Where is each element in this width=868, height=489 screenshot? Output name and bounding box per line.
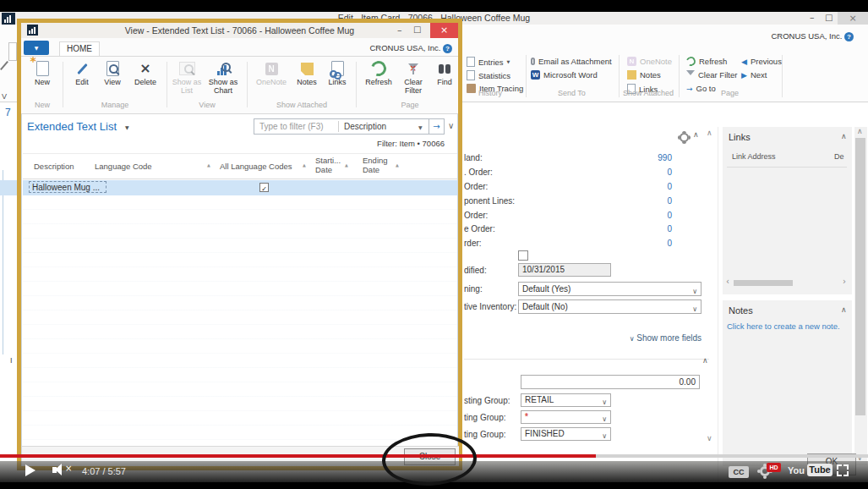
goto-button[interactable]: →Go to	[686, 84, 716, 93]
field-value[interactable]: 0	[592, 224, 672, 234]
dialog-minimize-button[interactable]: –	[397, 25, 402, 36]
chain-link-icon	[331, 58, 344, 79]
statistics-button[interactable]: Statistics	[467, 70, 510, 80]
email-as-attachment-button[interactable]: Email as Attachment	[531, 57, 612, 66]
video-progress-played[interactable]	[0, 454, 596, 458]
customize-gear-icon[interactable]	[680, 133, 689, 142]
filter-go-button[interactable]: →	[429, 118, 445, 135]
group-label-view: View	[172, 98, 243, 111]
collapse-invoicing-icon[interactable]: ∧	[702, 356, 708, 365]
dialog-maximize-button[interactable]: □	[413, 25, 421, 34]
youtube-logo-tube[interactable]: Tube	[807, 464, 833, 476]
dialog-close-button[interactable]: ×	[430, 23, 458, 38]
vat-prod-posting-group-select[interactable]: *∨	[521, 410, 611, 424]
checkbox-unchecked[interactable]	[518, 250, 528, 261]
amount-input[interactable]: 0.00	[521, 375, 700, 389]
table-row[interactable]: Halloween Mug ... ✓	[23, 180, 457, 195]
notes-factbox: Notes ∧ Click here to create a new note.	[723, 300, 852, 466]
filter-pane-chevron-icon[interactable]: ∨	[448, 121, 454, 130]
links-button[interactable]: Links	[323, 58, 352, 87]
find-button[interactable]: Find	[430, 58, 459, 87]
gen-prod-posting-group-select[interactable]: RETAIL∨	[521, 393, 611, 407]
entries-button[interactable]: Entries▼	[467, 57, 510, 67]
field-value[interactable]: 0	[592, 182, 672, 191]
hscroll-thumb[interactable]	[734, 280, 793, 286]
company-name-dialog: CRONUS USA, Inc. ?	[300, 43, 452, 53]
filter-input[interactable]: Type to filter (F3)	[259, 122, 324, 131]
help-icon[interactable]: ?	[844, 32, 854, 41]
show-more-fields-link[interactable]: ∨ Show more fields	[541, 333, 701, 343]
volume-muted-cone[interactable]	[55, 464, 62, 475]
field-value[interactable]: 0	[592, 211, 672, 220]
field-value[interactable]: 0	[592, 168, 672, 177]
next-button[interactable]: ▶Next	[741, 70, 767, 80]
pane-scroll-up[interactable]: ∧	[707, 129, 712, 137]
sticky-note-icon	[301, 58, 314, 79]
links-col-description[interactable]: De	[834, 152, 844, 161]
col-all-language-codes[interactable]: All Language Codes	[220, 162, 292, 171]
help-icon[interactable]: ?	[443, 44, 452, 53]
filter-field-select[interactable]: Description	[344, 122, 386, 131]
ribbon-fragment-pencil	[0, 61, 8, 70]
app-menu-button[interactable]: ▼	[24, 41, 49, 55]
mute-x-icon: ×	[65, 464, 72, 473]
fullscreen-button[interactable]	[837, 464, 849, 476]
filter-field-caret-icon[interactable]: ▼	[418, 124, 423, 130]
notes-button-main[interactable]: Notes	[627, 70, 661, 80]
vscroll-up-arrow[interactable]: ∧	[857, 127, 863, 135]
ribbon-group-show-attached: NOneNote Notes Links Show Attached	[248, 58, 355, 111]
hd-badge: HD	[767, 463, 781, 472]
field-label: land:	[464, 153, 483, 162]
links-col-link-address[interactable]: Link Address	[732, 152, 776, 161]
next-icon: ▶	[741, 71, 747, 80]
refresh-button-main[interactable]: Refresh	[686, 57, 727, 66]
notes-button[interactable]: Notes	[292, 58, 321, 87]
vscroll-thumb[interactable]	[855, 138, 865, 415]
new-button[interactable]: * New	[26, 58, 58, 87]
previous-button[interactable]: ◀Previous	[741, 57, 782, 66]
inventory-posting-group-select[interactable]: FINISHED∨	[521, 427, 611, 441]
col-starting-date[interactable]: Starti...Date	[315, 157, 341, 175]
col-ending-date[interactable]: EndingDate	[363, 157, 388, 175]
field-label: tive Inventory:	[464, 302, 516, 311]
hscroll-right-arrow[interactable]: ›	[843, 277, 846, 286]
ribbon-fragment-label: V	[2, 92, 7, 101]
edit-button[interactable]: Edit	[68, 58, 96, 87]
row-description-cell[interactable]: Halloween Mug ...	[29, 181, 106, 193]
last-modified-input: 10/31/2015	[518, 263, 611, 277]
field-value[interactable]: 0	[592, 239, 672, 248]
field-value[interactable]: 0	[592, 196, 672, 206]
microsoft-word-button[interactable]: WMicrosoft Word	[531, 70, 598, 80]
main-vscrollbar[interactable]: ∧ ∨	[854, 127, 867, 465]
page-title-caret-icon[interactable]: ▼	[125, 124, 129, 130]
clear-filter-button-main[interactable]: Clear Filter	[686, 70, 737, 80]
hscroll-left-arrow[interactable]: ‹	[726, 277, 729, 286]
minimize-button[interactable]: –	[810, 12, 815, 23]
youtube-logo-you[interactable]: You	[788, 465, 805, 475]
play-button[interactable]	[25, 464, 35, 476]
negative-inventory-select[interactable]: Default (No)∨	[518, 299, 701, 314]
close-button[interactable]: ×	[838, 12, 868, 25]
arrow-right-icon: →	[433, 122, 439, 131]
col-description[interactable]: Description	[34, 162, 74, 171]
field-value[interactable]: 990	[592, 153, 672, 162]
delete-button[interactable]: ×Delete	[128, 58, 162, 87]
tab-home[interactable]: HOME	[59, 41, 100, 57]
cc-button[interactable]: CC	[729, 466, 749, 478]
create-note-link[interactable]: Click here to create a new note.	[727, 321, 840, 331]
group-label-show-attached: Show Attached	[623, 89, 674, 97]
show-as-chart-button[interactable]: Show as Chart	[204, 58, 243, 96]
collapse-links-icon[interactable]: ∧	[841, 132, 847, 140]
maximize-button[interactable]: □	[825, 13, 833, 22]
clear-filter-button[interactable]: ×Clear Filter	[398, 58, 429, 96]
refresh-button[interactable]: Refresh	[361, 58, 396, 87]
collapse-pane-icon[interactable]: ∧	[693, 130, 699, 139]
all-language-codes-checkbox[interactable]: ✓	[259, 183, 269, 192]
onenote-icon: N	[265, 58, 278, 79]
pane-scroll-down[interactable]: ∨	[707, 434, 712, 442]
planning-select[interactable]: Default (Yes)∨	[518, 282, 701, 296]
col-language-code[interactable]: Language Code	[95, 162, 152, 171]
sort-asc-icon: ▲	[207, 162, 210, 168]
view-button[interactable]: View	[98, 58, 127, 87]
collapse-notes-icon[interactable]: ∧	[841, 305, 847, 314]
